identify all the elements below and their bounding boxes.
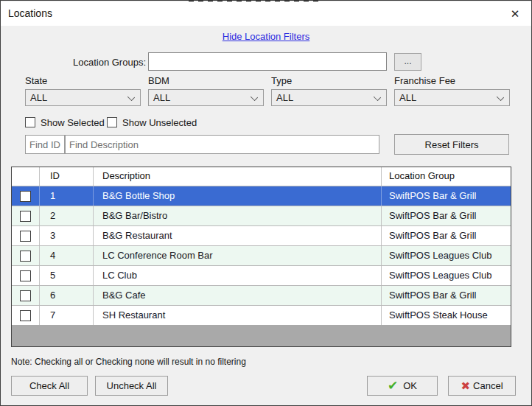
header-description[interactable]: Description xyxy=(94,167,382,186)
cell-location-group: SwiftPOS Bar & Grill xyxy=(382,186,511,206)
row-checkbox[interactable] xyxy=(20,251,31,262)
locations-dialog: Locations ✕ Hide Location Filters Locati… xyxy=(0,0,532,406)
header-location-group[interactable]: Location Group xyxy=(382,167,511,186)
show-unselected-label: Show Unselected xyxy=(122,117,197,128)
row-checkbox[interactable] xyxy=(20,290,31,301)
cell-description: B&G Cafe xyxy=(94,286,382,305)
cell-location-group: SwiftPOS Bar & Grill xyxy=(382,226,511,245)
row-checkbox[interactable] xyxy=(20,310,31,321)
state-dropdown-value: ALL xyxy=(30,92,47,103)
red-cross-icon: ✖ xyxy=(461,380,470,391)
browse-button[interactable]: ... xyxy=(394,53,421,71)
row-checkbox[interactable] xyxy=(20,270,31,281)
titlebar[interactable]: Locations ✕ xyxy=(1,1,531,26)
cell-description: LC Conference Room Bar xyxy=(94,246,382,265)
table-row[interactable]: 3 B&G Restaurant SwiftPOS Bar & Grill xyxy=(12,225,511,245)
location-groups-label: Location Groups: xyxy=(23,57,146,68)
state-dropdown[interactable]: ALL xyxy=(25,89,141,106)
cell-id: 7 xyxy=(40,306,94,325)
green-check-icon: ✔ xyxy=(388,379,398,392)
cell-id: 1 xyxy=(40,186,94,206)
cell-id: 4 xyxy=(40,246,94,265)
table-row[interactable]: 4 LC Conference Room Bar SwiftPOS League… xyxy=(12,245,511,265)
chevron-down-icon xyxy=(497,94,503,100)
reset-filters-button[interactable]: Reset Filters xyxy=(394,134,509,155)
header-id[interactable]: ID xyxy=(40,167,94,186)
row-checkbox-cell xyxy=(12,186,40,206)
cancel-label: Cancel xyxy=(473,380,503,391)
cell-id: 5 xyxy=(40,266,94,285)
location-groups-input[interactable] xyxy=(148,52,387,71)
filtering-note: Note: Checking all or Checking none will… xyxy=(11,357,246,367)
chevron-down-icon xyxy=(374,94,380,100)
table-header-row: ID Description Location Group xyxy=(12,167,511,186)
row-checkbox-cell xyxy=(12,246,40,265)
table-row[interactable]: 2 B&G Bar/Bistro SwiftPOS Bar & Grill xyxy=(12,206,511,225)
franchise-fee-dropdown-value: ALL xyxy=(399,92,416,103)
row-checkbox-cell xyxy=(12,286,40,305)
row-checkbox[interactable] xyxy=(20,191,31,202)
check-all-label: Check All xyxy=(29,380,69,391)
locations-table: ID Description Location Group 1 B&G Bott… xyxy=(11,167,511,347)
hide-location-filters-link[interactable]: Hide Location Filters xyxy=(223,31,310,42)
row-checkbox-cell xyxy=(12,226,40,245)
table-row[interactable]: 1 B&G Bottle Shop SwiftPOS Bar & Grill xyxy=(12,186,511,206)
row-checkbox[interactable] xyxy=(20,211,31,222)
close-icon[interactable]: ✕ xyxy=(506,6,524,22)
cell-description: B&G Bar/Bistro xyxy=(94,206,382,225)
franchise-fee-label: Franchise Fee xyxy=(394,75,455,86)
bdm-dropdown[interactable]: ALL xyxy=(148,89,264,106)
cell-id: 6 xyxy=(40,286,94,305)
cell-description: SH Restaurant xyxy=(94,306,382,325)
franchise-fee-dropdown[interactable]: ALL xyxy=(394,89,510,106)
window-title: Locations xyxy=(8,7,52,19)
show-selected-label: Show Selected xyxy=(41,117,105,128)
row-checkbox-cell xyxy=(12,266,40,285)
cell-location-group: SwiftPOS Bar & Grill xyxy=(382,206,511,225)
cell-description: LC Club xyxy=(94,266,382,285)
table-row[interactable]: 7 SH Restaurant SwiftPOS Steak House xyxy=(12,305,511,325)
reset-filters-label: Reset Filters xyxy=(425,139,479,150)
show-unselected-checkbox[interactable] xyxy=(107,117,117,127)
ok-button[interactable]: ✔ OK xyxy=(367,376,438,396)
cell-description: B&G Restaurant xyxy=(94,226,382,245)
table-body: 1 B&G Bottle Shop SwiftPOS Bar & Grill 2… xyxy=(12,186,511,325)
ok-label: OK xyxy=(403,380,417,391)
row-checkbox-cell xyxy=(12,306,40,325)
cancel-button[interactable]: ✖ Cancel xyxy=(448,376,516,396)
uncheck-all-label: Uncheck All xyxy=(107,380,157,391)
hide-location-filters-link-row: Hide Location Filters xyxy=(1,31,531,42)
find-id-input[interactable] xyxy=(25,135,65,154)
type-dropdown[interactable]: ALL xyxy=(271,89,387,106)
cell-description: B&G Bottle Shop xyxy=(94,186,382,206)
bdm-dropdown-value: ALL xyxy=(153,92,170,103)
state-label: State xyxy=(25,75,47,86)
cell-location-group: SwiftPOS Bar & Grill xyxy=(382,286,511,305)
uncheck-all-button[interactable]: Uncheck All xyxy=(95,376,168,396)
chevron-down-icon xyxy=(128,94,134,100)
find-description-input[interactable] xyxy=(65,135,379,154)
cell-location-group: SwiftPOS Steak House xyxy=(382,306,511,325)
type-label: Type xyxy=(271,75,292,86)
cell-id: 2 xyxy=(40,206,94,225)
header-checkbox-column[interactable] xyxy=(12,167,40,186)
table-row[interactable]: 5 LC Club SwiftPOS Leagues Club xyxy=(12,265,511,285)
table-row[interactable]: 6 B&G Cafe SwiftPOS Bar & Grill xyxy=(12,285,511,305)
cell-location-group: SwiftPOS Leagues Club xyxy=(382,266,511,285)
cell-id: 3 xyxy=(40,226,94,245)
bdm-label: BDM xyxy=(148,75,169,86)
row-checkbox-cell xyxy=(12,206,40,225)
chevron-down-icon xyxy=(251,94,257,100)
cell-location-group: SwiftPOS Leagues Club xyxy=(382,246,511,265)
row-checkbox[interactable] xyxy=(20,231,31,242)
check-all-button[interactable]: Check All xyxy=(11,376,88,396)
show-selected-checkbox[interactable] xyxy=(25,117,35,127)
type-dropdown-value: ALL xyxy=(276,92,293,103)
